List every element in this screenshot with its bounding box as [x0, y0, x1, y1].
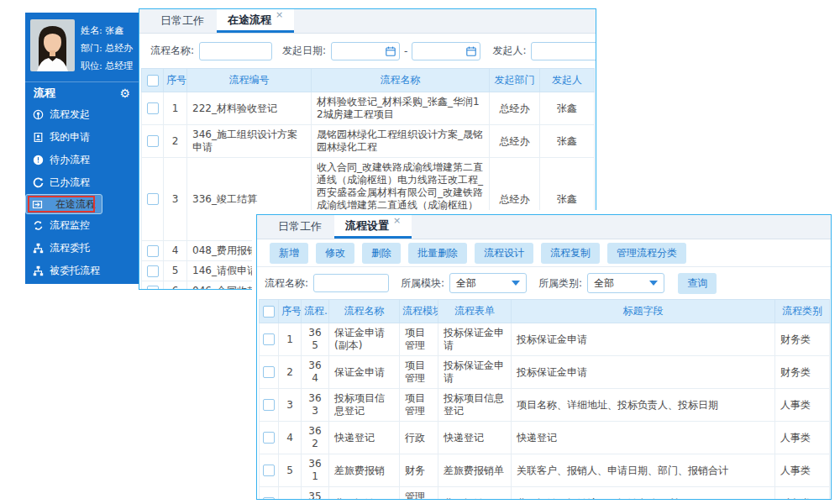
row-checkbox[interactable] [147, 135, 159, 147]
table-row[interactable]: 6359费用报销管理类费用报销费用报销、报销编号、报销名称、所属项目财务类 [260, 487, 830, 501]
table-row[interactable]: 4362快递登记行政快递登记快递登记人事类 [260, 422, 830, 454]
panel-process-settings: 日常工作流程设置× 新增修改删除批量删除流程设计流程复制管理流程分类 流程名称:… [256, 214, 832, 500]
profile-name: 姓名: 张鑫 [81, 22, 133, 39]
table-cell: 保证金申请 (副本) [329, 323, 400, 356]
sidebar-item-4[interactable]: 已办流程 [25, 171, 139, 194]
table-cell: 5 [279, 454, 302, 487]
sidebar-item-3[interactable]: 待办流程 [25, 149, 139, 171]
tab-label: 日常工作 [278, 219, 322, 234]
bottom-filter-bar: 流程名称: 所属模块: 全部 所属类别: 全部 查询 [257, 266, 831, 299]
tab-流程设置[interactable]: 流程设置× [334, 215, 412, 239]
table-cell: 投标项目信息登记 [438, 389, 512, 422]
table-cell: 材料验收登记_材料采购_张鑫_华润12城房建工程项目 [312, 92, 490, 125]
column-header: 标题字段 [512, 300, 775, 323]
toolbar-button-流程复制[interactable]: 流程复制 [541, 243, 600, 264]
row-checkbox[interactable] [263, 497, 275, 500]
sidebar-item-label: 已办流程 [50, 176, 90, 190]
row-checkbox[interactable] [147, 102, 159, 114]
table-cell: 张鑫 [540, 92, 595, 125]
table-cell: 人事类 [775, 389, 830, 422]
sidebar-item-1[interactable]: 流程发起 [25, 103, 139, 126]
close-icon[interactable]: × [276, 9, 283, 20]
module-label: 所属模块: [401, 276, 444, 291]
tab-在途流程[interactable]: 在途流程× [217, 9, 294, 33]
process-section-header: 流程 ⚙ [25, 81, 139, 103]
table-cell: 项目管理 [400, 323, 438, 356]
table-row[interactable]: 1365保证金申请 (副本)项目管理投标保证金申请投标保证金申请财务类 [260, 323, 830, 356]
gear-icon[interactable]: ⚙ [119, 87, 130, 99]
table-cell: 3 [164, 158, 187, 241]
search-button[interactable]: 查询 [678, 273, 717, 294]
chevron-down-icon [512, 281, 520, 286]
table-cell: 项目管理 [400, 389, 438, 422]
process-name-input[interactable] [199, 42, 272, 60]
column-header: 流程表单 [438, 300, 512, 323]
toolbar-button-管理流程分类[interactable]: 管理流程分类 [607, 243, 686, 264]
date-separator: - [404, 45, 407, 57]
row-checkbox[interactable] [147, 265, 159, 277]
table-cell: 关联客户、报销人、申请日期、部门、报销合计 [512, 454, 775, 487]
process-settings-table: 序号流程...流程名称流程模块流程表单标题字段流程类别1365保证金申请 (副本… [259, 299, 830, 500]
row-checkbox[interactable] [147, 193, 159, 205]
tab-日常工作[interactable]: 日常工作 [267, 215, 333, 239]
process-name-label: 流程名称: [265, 276, 308, 291]
table-row[interactable]: 3363投标项目信息登记项目管理投标项目信息登记项目名称、详细地址、投标负责人、… [260, 389, 830, 422]
table-row[interactable]: 2364保证金申请项目管理投标保证金申请投标保证金申请财务类 [260, 356, 830, 389]
toolbar-button-新增[interactable]: 新增 [270, 243, 308, 264]
table-row[interactable]: 2346_施工组织设计方案申请晟铭园林绿化工程组织设计方案_晟铭园林绿化工程总经… [142, 125, 595, 158]
calendar-icon[interactable] [466, 46, 476, 56]
table-row[interactable]: 5361差旅费报销财务差旅费报销单关联客户、报销人、申请日期、部门、报销合计人事… [260, 454, 830, 487]
tab-日常工作[interactable]: 日常工作 [150, 9, 215, 33]
column-header: 序号 [279, 300, 302, 323]
app-canvas: 姓名: 张鑫 部门: 总经办 职位: 总经理 流程 ⚙ 流程发起我的申请待办流程… [0, 0, 840, 504]
table-cell: 人事类 [775, 422, 830, 454]
toolbar-button-修改[interactable]: 修改 [316, 243, 354, 264]
column-header: 序号 [164, 69, 187, 92]
toolbar-button-删除[interactable]: 删除 [362, 243, 401, 264]
initiator-label: 发起人: [492, 44, 526, 58]
table-cell: 人事类 [775, 454, 830, 487]
table-cell: 361 [302, 454, 329, 487]
tab-label: 流程设置 [345, 218, 389, 234]
column-header: 发起部门 [490, 69, 540, 92]
select-all-checkbox[interactable] [263, 306, 275, 318]
column-header: 流程编号 [187, 69, 312, 92]
row-checkbox[interactable] [147, 245, 159, 257]
toolbar-button-流程设计[interactable]: 流程设计 [475, 243, 533, 264]
table-cell: 346_施工组织设计方案申请 [187, 125, 312, 158]
row-checkbox[interactable] [263, 399, 275, 411]
column-header: 流程名称 [329, 300, 400, 323]
row-checkbox[interactable] [263, 333, 275, 345]
row-checkbox[interactable] [263, 465, 275, 476]
sidebar-item-2[interactable]: 我的申请 [25, 126, 139, 149]
sidebar-item-8[interactable]: 被委托流程 [25, 260, 139, 282]
profile-info: 姓名: 张鑫 部门: 总经办 职位: 总经理 [81, 19, 133, 75]
table-cell: 362 [302, 422, 329, 454]
close-icon[interactable]: × [393, 215, 401, 226]
row-checkbox[interactable] [263, 432, 275, 444]
category-select[interactable]: 全部 [587, 273, 664, 293]
process-name-input[interactable] [313, 274, 389, 292]
table-row[interactable]: 1222_材料验收登记材料验收登记_材料采购_张鑫_华润12城房建工程项目总经办… [142, 92, 595, 125]
table-cell: 2 [279, 356, 302, 389]
row-checkbox[interactable] [147, 286, 159, 291]
category-label: 所属类别: [538, 276, 582, 291]
module-select-value: 全部 [456, 276, 476, 291]
table-cell: 1 [164, 92, 187, 125]
sidebar-item-label: 在途流程 [55, 197, 96, 212]
bottom-tab-bar: 日常工作流程设置× [257, 215, 831, 239]
top-filter-bar: 流程名称: 发起日期: - [139, 34, 596, 68]
table-cell: 3 [279, 389, 302, 422]
sidebar-item-7[interactable]: 流程委托 [25, 237, 139, 260]
initiator-input[interactable] [531, 42, 596, 60]
sidebar-item-6[interactable]: 流程监控 [25, 214, 139, 237]
module-select[interactable]: 全部 [449, 273, 527, 293]
tab-label: 日常工作 [160, 13, 204, 29]
select-all-checkbox[interactable] [147, 75, 159, 87]
table-cell: 359 [302, 487, 329, 501]
sidebar-item-5[interactable]: 在途流程 [25, 194, 102, 214]
calendar-icon[interactable] [386, 46, 396, 56]
sidebar-menu: 流程发起我的申请待办流程已办流程在途流程流程监控流程委托被委托流程 [25, 103, 139, 282]
row-checkbox[interactable] [263, 366, 275, 378]
toolbar-button-批量删除[interactable]: 批量删除 [408, 243, 467, 264]
